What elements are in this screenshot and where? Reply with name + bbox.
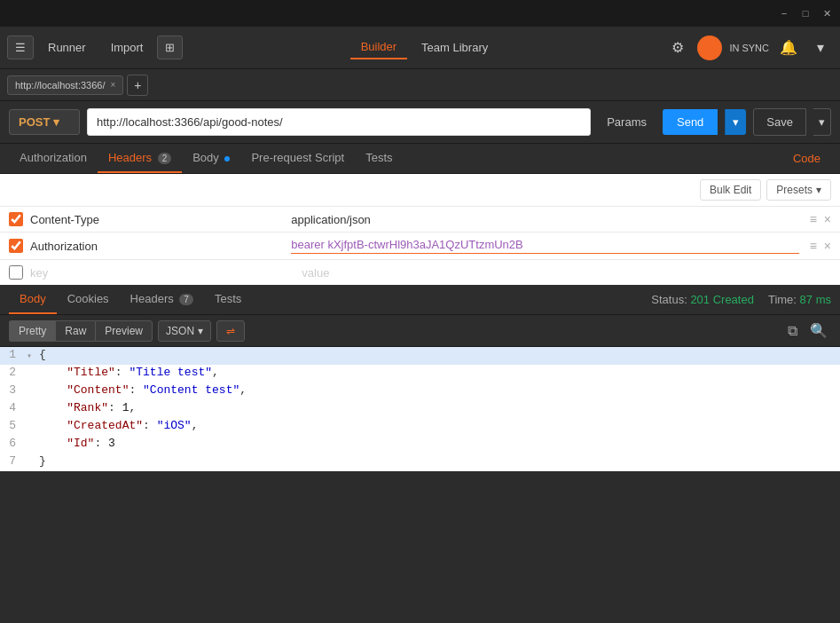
nav-right: ⚙ IN SYNC 🔔 ▾ [665,35,833,60]
line-num-1: 1 [0,348,27,364]
code-line-6: 6 "Id": 3 [0,436,840,453]
header-checkbox-empty[interactable] [9,265,23,280]
format-group: Pretty Raw Preview [9,320,153,342]
resp-tab-body[interactable]: Body [9,285,57,314]
raw-button[interactable]: Raw [55,320,95,342]
line-num-2: 2 [0,366,27,382]
maximize-button[interactable]: □ [799,7,812,20]
response-tabs: Body Cookies Headers 7 Tests Status: 201… [0,285,840,315]
sync-indicator [697,35,722,60]
code-line-7: 7 } [0,453,840,471]
header-checkbox-2[interactable] [9,239,23,253]
header-menu-icon-1[interactable]: ≡ [810,212,817,226]
header-key-placeholder: key [30,266,294,280]
runner-button[interactable]: Runner [37,36,97,59]
header-delete-icon-2[interactable]: × [824,239,831,253]
wrap-icon[interactable]: ⇌ [216,320,245,342]
header-row-1: Content-Type application/json ≡ × [0,207,840,233]
request-tab[interactable]: http://localhost:3366/ × [7,75,123,95]
code-line-4: 4 "Rank": 1, [0,400,840,418]
new-window-icon: ⊞ [165,41,175,54]
header-value-1: application/json [291,213,798,226]
line-toggle-3 [27,383,39,399]
status-label: Status: [651,293,687,306]
headers-toolbar: Bulk Edit Presets ▾ [0,174,840,207]
body-dot [224,156,230,162]
copy-button[interactable]: ⧉ [784,319,801,343]
resp-headers-badge: 7 [179,294,193,305]
tab-url: http://localhost:3366/ [15,80,106,91]
line-toggle-6 [27,437,39,453]
settings-icon[interactable]: ⚙ [665,35,690,60]
line-num-7: 7 [0,454,27,470]
presets-label: Presets [776,184,813,196]
response-code-area: 1 ▾ { 2 "Title": "Title test", 3 "Conten… [0,347,840,471]
status-value: 201 Created [690,293,754,306]
header-row-2: Authorization bearer kXjfptB-ctwrHl9h3aJ… [0,233,840,260]
bulk-edit-button[interactable]: Bulk Edit [700,179,761,201]
search-button[interactable]: 🔍 [806,319,831,343]
line-content-6: "Id": 3 [39,437,115,453]
line-content-1: { [39,348,46,364]
json-format-select[interactable]: JSON ▾ [158,320,211,342]
method-value: POST [19,115,50,129]
tab-authorization[interactable]: Authorization [9,144,98,173]
time-value: 87 ms [800,293,831,306]
sidebar-toggle-button[interactable]: ☰ [7,35,34,59]
builder-tab[interactable]: Builder [350,35,407,59]
header-checkbox-1[interactable] [9,212,23,226]
resp-tab-tests[interactable]: Tests [204,285,252,314]
json-chevron-icon: ▾ [198,325,203,337]
import-button[interactable]: Import [100,36,154,59]
header-delete-icon-1[interactable]: × [824,212,831,226]
line-content-2: "Title": "Title test", [39,366,219,382]
line-toggle-4 [27,401,39,417]
send-button[interactable]: Send [663,109,718,135]
json-format-label: JSON [166,325,194,337]
resp-tab-headers[interactable]: Headers 7 [120,285,204,314]
code-line-2: 2 "Title": "Title test", [0,365,840,382]
tab-close-button[interactable]: × [111,80,116,90]
pretty-button[interactable]: Pretty [9,320,55,342]
presets-button[interactable]: Presets ▾ [766,179,831,201]
params-button[interactable]: Params [598,110,656,134]
tab-body[interactable]: Body [182,144,240,173]
code-line-5: 5 "CreatedAt": "iOS", [0,418,840,436]
code-link[interactable]: Code [782,145,831,172]
line-content-3: "Content": "Content test", [39,383,247,399]
send-dropdown-button[interactable]: ▾ [725,109,746,135]
time-label: Time: [768,293,797,306]
sync-label: IN SYNC [729,43,769,53]
response-time: Time: 87 ms [768,293,831,306]
url-input[interactable] [87,108,591,136]
minimize-button[interactable]: − [778,7,790,20]
line-content-7: } [39,454,46,470]
team-library-tab[interactable]: Team Library [411,36,499,59]
line-toggle-1[interactable]: ▾ [27,348,39,364]
save-dropdown-button[interactable]: ▾ [813,108,831,136]
line-toggle-5 [27,419,39,435]
close-button[interactable]: ✕ [820,7,833,20]
presets-chevron-icon: ▾ [816,184,821,196]
tab-pre-request[interactable]: Pre-request Script [240,144,355,173]
bell-icon[interactable]: 🔔 [776,35,801,60]
save-dropdown-icon: ▾ [819,115,825,129]
header-menu-icon-2[interactable]: ≡ [810,239,817,253]
request-bar: POST ▾ Params Send ▾ Save ▾ [0,101,840,144]
header-key-2: Authorization [30,240,284,253]
method-dropdown[interactable]: POST ▾ [9,109,80,135]
code-line-1: 1 ▾ { [0,347,840,365]
line-num-3: 3 [0,383,27,399]
add-tab-button[interactable]: + [127,75,148,96]
send-dropdown-icon: ▾ [733,115,739,129]
tab-headers[interactable]: Headers 2 [98,144,182,173]
tab-tests[interactable]: Tests [355,144,403,173]
line-num-5: 5 [0,419,27,435]
preview-button[interactable]: Preview [95,320,153,342]
header-value-2: bearer kXjfptB-ctwrHl9h3aJA1QzUTtzmUn2B [291,238,798,254]
chevron-icon[interactable]: ▾ [808,35,833,60]
resp-tab-cookies[interactable]: Cookies [57,285,120,314]
new-window-button[interactable]: ⊞ [157,35,183,59]
save-button[interactable]: Save [753,108,806,136]
line-content-4: "Rank": 1, [39,401,136,417]
